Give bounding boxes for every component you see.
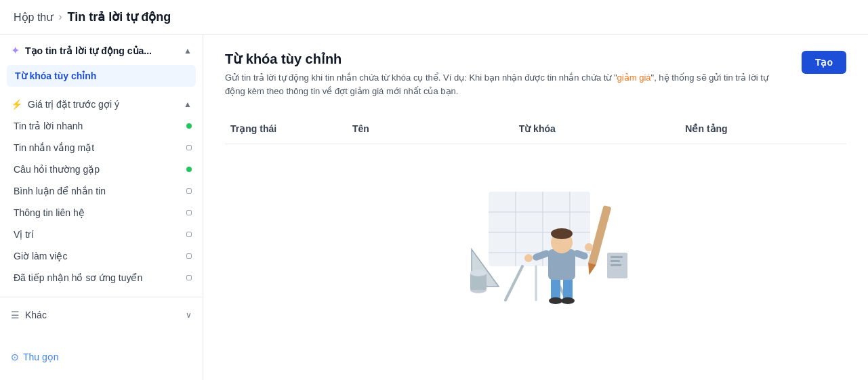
status-dot-green-0 — [186, 123, 192, 129]
svg-rect-28 — [611, 264, 621, 266]
list-item[interactable]: Giờ làm việc — [0, 245, 203, 267]
sidebar-sub-header[interactable]: ⚡ Giá trị đặt trước gợi ý ▲ — [0, 93, 203, 115]
chevron-up-icon: ▲ — [184, 46, 192, 56]
status-dot-empty-5 — [186, 232, 192, 237]
item-label-2: Câu hỏi thường gặp — [14, 164, 100, 175]
table-header: Trạng thái Tên Từ khóa Nền tảng — [225, 114, 846, 144]
list-item[interactable]: Tin nhắn vắng mặt — [0, 137, 203, 159]
status-dot-green-2 — [186, 167, 192, 172]
lightning-icon: ⚡ — [11, 99, 22, 110]
status-dot-empty-7 — [186, 275, 192, 280]
svg-rect-18 — [548, 249, 575, 280]
svg-rect-14 — [551, 276, 560, 300]
sidebar-footer-section: ☰ Khác ∨ — [0, 297, 203, 333]
collapse-button[interactable]: ⊙ Thu gọn — [0, 345, 203, 369]
collapse-label: Thu gọn — [23, 352, 59, 362]
sidebar-footer-title: Khác — [25, 310, 47, 320]
clock-icon: ⊙ — [11, 352, 19, 362]
status-dot-empty-6 — [186, 253, 192, 259]
list-item[interactable]: Thông tin liên hệ — [0, 202, 203, 224]
col-header-status: Trạng thái — [225, 121, 347, 137]
table-container: Trạng thái Tên Từ khóa Nền tảng — [225, 114, 846, 347]
page-title: Từ khóa tùy chỉnh — [225, 51, 788, 67]
app-container: Hộp thư › Tin trả lời tự động ✦ Tạo tin … — [0, 0, 868, 380]
sidebar: ✦ Tạo tin trả lời tự động của... ▲ Từ kh… — [0, 35, 203, 380]
svg-rect-27 — [611, 260, 620, 262]
status-dot-empty-4 — [186, 210, 192, 215]
list-item[interactable]: Đã tiếp nhận hồ sơ ứng tuyển — [0, 267, 203, 289]
desc-part1: Gửi tin trả lời tự động khi tin nhắn chứ… — [225, 72, 617, 83]
sidebar-section-header[interactable]: ✦ Tạo tin trả lời tự động của... ▲ — [0, 35, 203, 64]
sidebar-footer-left: ☰ Khác — [11, 310, 47, 320]
list-item[interactable]: Câu hỏi thường gặp — [0, 159, 203, 180]
col-header-platform: Nền tảng — [680, 121, 846, 137]
item-label-6: Giờ làm việc — [14, 251, 67, 261]
content-description: Gửi tin trả lời tự động khi tin nhắn chứ… — [225, 71, 781, 98]
empty-state — [225, 144, 846, 347]
status-dot-empty-1 — [186, 145, 192, 150]
list-item[interactable]: Bình luận để nhắn tin — [0, 180, 203, 202]
col-header-keyword: Từ khóa — [514, 121, 680, 137]
col-header-name: Tên — [347, 121, 514, 137]
item-label-4: Thông tin liên hệ — [14, 207, 85, 218]
sidebar-footer-header[interactable]: ☰ Khác ∨ — [0, 303, 203, 327]
create-button[interactable]: Tạo — [802, 51, 846, 74]
content-area: Từ khóa tùy chỉnh Gửi tin trả lời tự độn… — [203, 35, 868, 380]
chevron-footer-icon: ∨ — [186, 310, 192, 320]
status-dot-empty-3 — [186, 188, 192, 194]
svg-point-31 — [470, 270, 487, 276]
sidebar-sub-header-left: ⚡ Giá trị đặt trước gợi ý — [11, 99, 119, 110]
item-label-7: Đã tiếp nhận hồ sơ ứng tuyển — [14, 272, 142, 283]
content-title-area: Từ khóa tùy chỉnh Gửi tin trả lời tự độn… — [225, 51, 788, 98]
sidebar-active-item[interactable]: Từ khóa tùy chỉnh — [7, 65, 196, 87]
svg-point-20 — [551, 228, 573, 239]
illustration — [428, 171, 644, 320]
chevron-sub-icon: ▲ — [184, 100, 192, 109]
item-label-5: Vị trí — [14, 229, 34, 240]
sidebar-section-title: Tạo tin trả lời tự động của... — [25, 45, 152, 56]
content-header: Từ khóa tùy chỉnh Gửi tin trả lời tự độn… — [225, 51, 846, 98]
svg-point-24 — [585, 243, 593, 251]
svg-point-22 — [524, 254, 533, 262]
star-icon: ✦ — [11, 44, 20, 57]
sidebar-section-header-left: ✦ Tạo tin trả lời tự động của... — [11, 44, 152, 57]
list-item[interactable]: Vị trí — [0, 224, 203, 245]
item-label-3: Bình luận để nhắn tin — [14, 186, 106, 196]
breadcrumb-link[interactable]: Hộp thư — [14, 11, 53, 24]
desc-keyword: giảm giá — [617, 72, 651, 83]
item-label-1: Tin nhắn vắng mặt — [14, 142, 94, 153]
sidebar-sub-title: Giá trị đặt trước gợi ý — [28, 99, 119, 110]
breadcrumb: Hộp thư › Tin trả lời tự động — [14, 9, 171, 24]
svg-rect-15 — [563, 276, 573, 300]
svg-point-17 — [561, 297, 575, 304]
breadcrumb-separator: › — [58, 11, 62, 23]
list-item[interactable]: Tin trả lời nhanh — [0, 115, 203, 137]
header: Hộp thư › Tin trả lời tự động — [0, 0, 868, 35]
svg-rect-26 — [611, 256, 623, 258]
main-layout: ✦ Tạo tin trả lời tự động của... ▲ Từ kh… — [0, 35, 868, 380]
sidebar-sub-section: ⚡ Giá trị đặt trước gợi ý ▲ Tin trả lời … — [0, 88, 203, 294]
lines-icon: ☰ — [11, 310, 20, 320]
svg-line-7 — [505, 266, 522, 300]
breadcrumb-current: Tin trả lời tự động — [68, 9, 171, 24]
item-label-0: Tin trả lời nhanh — [14, 121, 83, 131]
svg-point-16 — [549, 297, 562, 304]
